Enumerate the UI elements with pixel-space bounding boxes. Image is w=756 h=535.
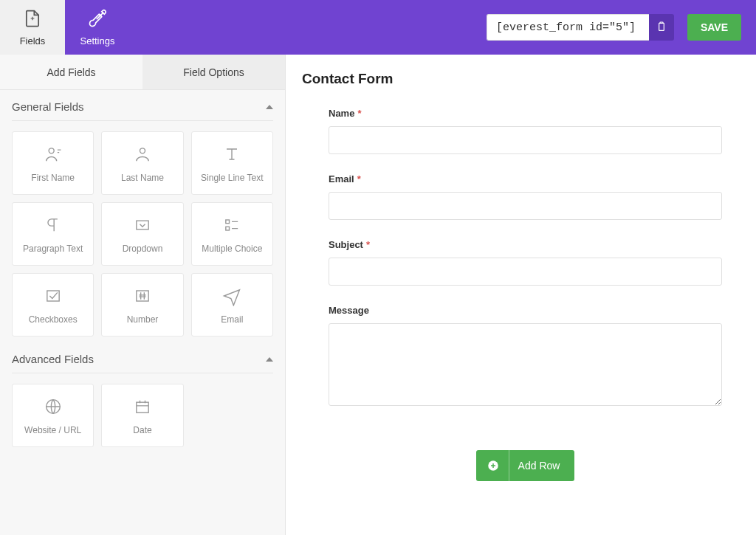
tools-icon [87,8,108,31]
copy-shortcode-button[interactable] [649,14,674,41]
field-tile-first-name[interactable]: First Name [12,131,94,195]
text-cursor-icon [221,143,242,165]
group-title: Advanced Fields [12,353,94,365]
field-tile-label: First Name [28,173,78,183]
calendar-icon [132,396,153,418]
paragraph-icon [43,214,63,236]
field-tile-label: Email [218,314,246,325]
svg-point-2 [140,148,145,153]
form-field-name[interactable]: Name* [329,108,722,154]
sidebar-tabs: Add Fields Field Options [0,55,285,90]
label-text: Name [329,108,354,119]
svg-rect-3 [137,221,148,229]
save-button[interactable]: SAVE [687,14,741,41]
name-input[interactable] [329,126,722,154]
topbar-right: SAVE [487,0,756,55]
required-asterisk: * [357,173,361,184]
form-label: Email* [329,173,722,184]
field-tile-email[interactable]: Email [191,273,273,336]
globe-icon [43,396,63,418]
field-tile-last-name[interactable]: Last Name [101,131,183,195]
field-tile-label: Checkboxes [26,314,80,325]
tab-add-fields[interactable]: Add Fields [0,55,142,89]
field-tile-label: Website / URL [21,425,84,435]
caret-up-icon [266,105,273,109]
person-icon [132,143,153,165]
caret-up-icon [266,357,273,362]
form-field-subject[interactable]: Subject* [329,239,722,286]
field-tile-dropdown[interactable]: Dropdown [101,202,183,266]
field-tile-label: Date [130,425,154,435]
svg-point-1 [49,148,54,153]
form-label: Subject* [329,239,722,250]
plus-circle-icon [487,450,509,481]
dropdown-icon [132,214,153,236]
tab-field-options[interactable]: Field Options [142,55,285,89]
field-tile-url[interactable]: Website / URL [12,384,94,447]
list-radio-icon [221,214,242,236]
field-tile-number[interactable]: Number [101,273,183,336]
file-icon [22,8,43,31]
hash-icon [132,285,153,307]
label-text: Email [329,173,354,184]
label-text: Message [329,305,369,316]
email-input[interactable] [329,192,722,220]
topbar-tab-settings[interactable]: Settings [65,0,130,55]
message-textarea[interactable] [329,323,722,406]
field-tile-label: Number [124,314,162,325]
shortcode-wrap [487,14,674,41]
topbar-tab-label: Fields [20,35,46,46]
shortcode-input[interactable] [487,14,649,41]
checkbox-icon [43,285,63,307]
form-label: Name* [329,108,722,119]
svg-rect-5 [226,227,230,230]
required-asterisk: * [357,108,361,119]
sidebar: Add Fields Field Options General Fields … [0,55,286,535]
layout: Add Fields Field Options General Fields … [0,55,756,535]
group-general-fields: General Fields First Name Last Name Sing… [0,90,285,342]
form-field-message[interactable]: Message [329,305,722,409]
field-tile-date[interactable]: Date [101,384,183,447]
clipboard-icon [656,21,667,35]
field-tile-label: Multiple Choice [199,244,265,254]
add-row-wrap: Add Row [329,428,722,481]
topbar-tab-fields[interactable]: Fields [0,0,65,55]
form-title: Contact Form [302,71,726,87]
advanced-field-grid: Website / URL Date [12,384,273,453]
group-title: General Fields [12,100,84,113]
group-advanced-fields: Advanced Fields Website / URL Date [0,342,285,453]
field-tile-label: Dropdown [120,244,166,254]
svg-rect-9 [137,402,148,413]
field-tile-paragraph[interactable]: Paragraph Text [12,202,94,266]
group-header-advanced[interactable]: Advanced Fields [12,353,273,373]
field-tile-checkboxes[interactable]: Checkboxes [12,273,94,336]
topbar: Fields Settings SAVE [0,0,756,55]
svg-rect-7 [137,291,148,301]
general-field-grid: First Name Last Name Single Line Text Pa… [12,131,273,342]
svg-rect-6 [47,291,58,301]
field-tile-label: Single Line Text [198,173,267,183]
paper-plane-icon [221,285,242,307]
topbar-spacer [130,0,487,55]
topbar-tab-label: Settings [80,35,115,46]
add-row-button[interactable]: Add Row [476,450,575,481]
svg-rect-0 [659,23,664,30]
svg-rect-4 [226,220,230,224]
subject-input[interactable] [329,258,722,286]
field-tile-label: Paragraph Text [20,244,86,254]
label-text: Subject [329,239,363,250]
group-header-general[interactable]: General Fields [12,100,273,121]
form-canvas: Contact Form Name* Email* Subject* [286,55,756,535]
add-row-label: Add Row [518,460,560,472]
field-tile-multiple-choice[interactable]: Multiple Choice [191,202,273,266]
field-tile-single-line[interactable]: Single Line Text [191,131,273,195]
person-f-icon [43,143,63,165]
form-fields: Name* Email* Subject* Message [302,108,726,481]
form-label: Message [329,305,722,316]
required-asterisk: * [366,239,370,250]
form-field-email[interactable]: Email* [329,173,722,220]
field-tile-label: Last Name [118,173,167,183]
